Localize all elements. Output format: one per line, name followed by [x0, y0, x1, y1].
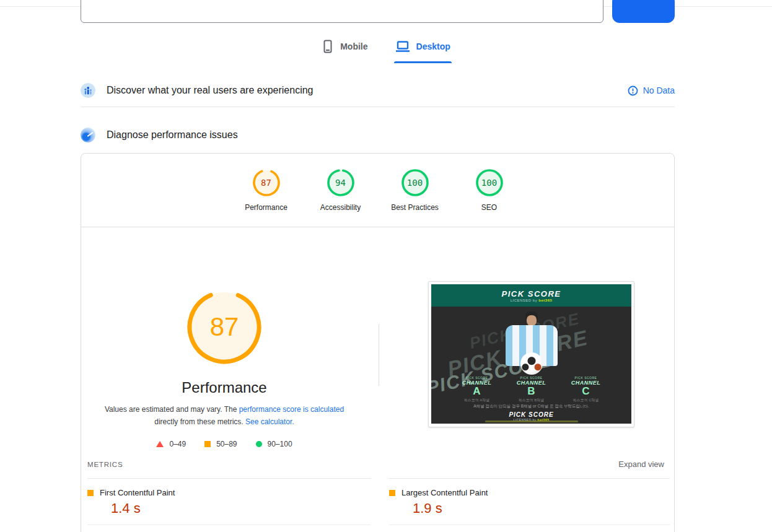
- no-data-label: No Data: [643, 85, 675, 95]
- no-data-status[interactable]: No Data: [628, 85, 675, 96]
- legend-range: 0–49: [169, 440, 186, 448]
- tab-desktop-label: Desktop: [416, 41, 450, 51]
- metrics-divider: [389, 478, 670, 479]
- screenshot-site-subtitle: LICENSED by bet365: [511, 299, 553, 302]
- average-square-icon: [204, 441, 211, 447]
- screenshot-body: PICK SCORE PICK SCORE PICK SCORE PICK SC…: [431, 307, 631, 424]
- strategy-tabs: Mobile Desktop: [0, 40, 772, 63]
- lab-section-title: Diagnose performance issues: [107, 129, 238, 141]
- disclaimer-text: Values are estimated and may vary. The: [105, 405, 239, 414]
- soccer-ball: [520, 352, 543, 375]
- legend-range: 90–100: [268, 440, 292, 448]
- performance-panel-title: Performance: [100, 379, 348, 396]
- channel-a: PICK SCORE CHANNEL A 픽스코어 A채널: [455, 376, 499, 403]
- seo-score-value: 100: [475, 168, 504, 198]
- final-screenshot-thumbnail[interactable]: PICK SCORE LICENSED by bet365 PICK SCORE…: [428, 281, 634, 427]
- metrics-heading: METRICS: [87, 461, 123, 468]
- lab-section-header: Diagnose performance issues: [81, 122, 675, 148]
- best-practices-score-gauge: 100: [400, 168, 430, 198]
- channel-notice: A채널 접속이 안되실 경우 B채널 or C채널 로 접속 부탁드립니다.: [431, 404, 631, 409]
- screenshot-header: PICK SCORE LICENSED by bet365: [431, 284, 631, 307]
- performance-score-value: 87: [252, 168, 281, 198]
- score-legend: 0–49 50–89 90–100: [94, 440, 354, 448]
- tab-mobile[interactable]: Mobile: [322, 40, 367, 63]
- see-calculator-link[interactable]: See calculator.: [245, 417, 294, 426]
- disclaimer-text: directly from these metrics.: [154, 417, 245, 426]
- category-best-practices[interactable]: 100 Best Practices: [378, 168, 452, 212]
- channel-b: PICK SCORE CHANNEL B 픽스코어 B채널: [509, 376, 554, 403]
- accessibility-score-value: 94: [326, 168, 356, 198]
- lighthouse-report-card: 87 Performance 94 Accessibility 100: [81, 153, 675, 532]
- field-data-section: Discover what your real users are experi…: [81, 74, 675, 107]
- performance-main-score: 87: [186, 289, 263, 365]
- metric-value: 1.9 s: [413, 500, 670, 517]
- performance-main-gauge: 87: [186, 289, 263, 365]
- score-calculation-link[interactable]: performance score is calculated: [239, 405, 344, 414]
- channel-letter: C: [564, 386, 608, 397]
- category-label: SEO: [481, 203, 497, 212]
- brand-text: bet365: [538, 299, 552, 302]
- channel-letter: A: [455, 386, 499, 397]
- info-icon: [628, 85, 638, 96]
- category-label: Best Practices: [391, 203, 439, 212]
- real-users-icon: [81, 83, 95, 98]
- channel-caption: 픽스코어 B채널: [509, 398, 554, 403]
- legend-range: 50–89: [216, 440, 237, 448]
- tab-mobile-label: Mobile: [340, 41, 367, 51]
- performance-score-gauge: 87: [252, 168, 281, 198]
- footer-fineprint: [485, 421, 578, 422]
- mobile-phone-icon: [322, 40, 334, 53]
- average-square-icon: [389, 490, 395, 496]
- expand-view-button[interactable]: Expand view: [618, 460, 664, 469]
- tab-desktop[interactable]: Desktop: [395, 40, 450, 63]
- diagnose-speedometer-icon: [81, 128, 95, 142]
- score-disclaimer: Values are estimated and may vary. The p…: [94, 403, 354, 428]
- screenshot-site-title: PICK SCORE: [502, 289, 561, 299]
- channel-caption: 픽스코어 C채널: [564, 398, 608, 403]
- field-section-title: Discover what your real users are experi…: [107, 85, 313, 96]
- channel-letter: B: [509, 386, 554, 397]
- metric-first-contentful-paint: First Contentful Paint 1.4 s: [87, 486, 371, 525]
- pass-circle-icon: [256, 441, 262, 447]
- channel-caption: 픽스코어 A채널: [455, 398, 499, 403]
- metrics-divider: [87, 478, 371, 479]
- category-performance[interactable]: 87 Performance: [229, 168, 304, 212]
- metric-value: 1.4 s: [111, 500, 371, 517]
- channel-c: PICK SCORE CHANNEL C 픽스코어 C채널: [564, 376, 608, 403]
- analyze-button[interactable]: [612, 0, 675, 23]
- metrics-header: METRICS Expand view: [87, 460, 664, 469]
- licensed-text: LICENSED by: [511, 299, 539, 302]
- desktop-icon: [395, 40, 410, 53]
- fail-triangle-icon: [156, 441, 164, 447]
- legend-pass: 90–100: [256, 440, 292, 448]
- category-label: Accessibility: [320, 203, 361, 212]
- best-practices-score-value: 100: [400, 168, 430, 198]
- url-input[interactable]: [81, 0, 603, 23]
- legend-fail: 0–49: [156, 440, 186, 448]
- average-square-icon: [87, 490, 94, 496]
- seo-score-gauge: 100: [475, 168, 504, 198]
- panel-divider: [379, 324, 379, 386]
- card-divider: [81, 227, 674, 227]
- soccer-player-image: [498, 312, 566, 381]
- footer-site-title: PICK SCORE: [431, 411, 631, 418]
- metric-name: Largest Contentful Paint: [401, 488, 488, 497]
- category-accessibility[interactable]: 94 Accessibility: [304, 168, 378, 212]
- accessibility-score-gauge: 94: [326, 168, 356, 198]
- category-label: Performance: [245, 203, 287, 212]
- category-seo[interactable]: 100 SEO: [452, 168, 527, 212]
- category-gauges-row: 87 Performance 94 Accessibility 100: [81, 168, 674, 212]
- legend-average: 50–89: [204, 440, 237, 448]
- channel-list: PICK SCORE CHANNEL A 픽스코어 A채널 PICK SCORE…: [431, 376, 631, 403]
- metric-name: First Contentful Paint: [100, 488, 175, 497]
- metric-largest-contentful-paint: Largest Contentful Paint 1.9 s: [389, 486, 670, 525]
